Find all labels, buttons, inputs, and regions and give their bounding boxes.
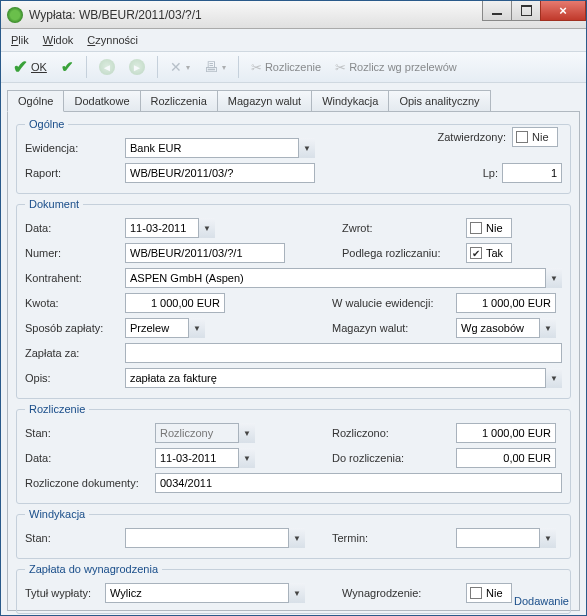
legend-rozliczenie: Rozliczenie — [25, 403, 89, 415]
wyn-label: Wynagrodzenie: — [342, 587, 462, 599]
wyn-check[interactable]: Nie — [466, 583, 512, 603]
tools-button[interactable]: ✕▾ — [166, 57, 194, 77]
ewidencja-label: Ewidencja: — [25, 142, 125, 154]
rozliczono-input[interactable] — [456, 423, 556, 443]
rdok-input[interactable] — [155, 473, 562, 493]
zwrot-check[interactable]: Nie — [466, 218, 512, 238]
titlebar[interactable]: Wypłata: WB/BEUR/2011/03/?/1 × — [1, 1, 586, 29]
tabs: Ogólne Dodatkowe Rozliczenia Magazyn wal… — [7, 89, 580, 111]
stan-label: Stan: — [25, 427, 155, 439]
kontrahent-select[interactable] — [125, 268, 562, 288]
rdata-input[interactable] — [155, 448, 255, 468]
wwalucie-input[interactable] — [456, 293, 556, 313]
rdata-label: Data: — [25, 452, 155, 464]
legend-dokument: Dokument — [25, 198, 83, 210]
legend-windykacja: Windykacja — [25, 508, 89, 520]
ewidencja-select[interactable] — [125, 138, 315, 158]
raport-label: Raport: — [25, 167, 125, 179]
numer-label: Numer: — [25, 247, 125, 259]
group-dokument: Dokument Data: ▼ Zwrot: Nie Numer: Podle… — [16, 198, 571, 399]
tab-rozliczenia[interactable]: Rozliczenia — [140, 90, 218, 112]
window: Wypłata: WB/BEUR/2011/03/?/1 × Plik Wido… — [0, 0, 587, 616]
zatwierdzony-label: Zatwierdzony: — [438, 131, 506, 143]
zwrot-label: Zwrot: — [342, 222, 462, 234]
tytul-select[interactable] — [105, 583, 305, 603]
magwalut-select[interactable] — [456, 318, 556, 338]
group-ogolne: Ogólne Zatwierdzony: Nie Ewidencja: ▼ Ra… — [16, 118, 571, 194]
podlega-label: Podlega rozliczaniu: — [342, 247, 462, 259]
group-zaplata: Zapłata do wynagrodzenia Tytuł wypłaty: … — [16, 563, 571, 614]
group-rozliczenie: Rozliczenie Stan: ▼ Rozliczono: Data: ▼ … — [16, 403, 571, 504]
tab-ogolne[interactable]: Ogólne — [7, 90, 64, 112]
menubar: Plik Widok Czynności — [1, 29, 586, 51]
app-icon — [7, 7, 23, 23]
rdok-label: Rozliczone dokumenty: — [25, 477, 155, 489]
termin-input[interactable] — [456, 528, 556, 548]
numer-input[interactable] — [125, 243, 285, 263]
data-input[interactable] — [125, 218, 215, 238]
legend-ogolne: Ogólne — [25, 118, 68, 130]
opis-label: Opis: — [25, 372, 125, 384]
menu-plik[interactable]: Plik — [11, 34, 29, 46]
termin-label: Termin: — [332, 532, 452, 544]
ok-button[interactable]: ✔OK — [9, 54, 51, 80]
tab-opis[interactable]: Opis analityczny — [388, 90, 490, 112]
toolbar: ✔OK ✔ ◄ ► ✕▾ 🖶▾ ✂Rozliczenie ✂Rozlicz wg… — [1, 51, 586, 83]
rozliczono-label: Rozliczono: — [332, 427, 452, 439]
zaplata-za-label: Zapłata za: — [25, 347, 125, 359]
nav-back-button[interactable]: ◄ — [95, 57, 119, 77]
opis-select[interactable] — [125, 368, 562, 388]
do-label: Do rozliczenia: — [332, 452, 452, 464]
wstan-label: Stan: — [25, 532, 125, 544]
magwalut-label: Magazyn walut: — [332, 322, 452, 334]
tab-windykacja[interactable]: Windykacja — [311, 90, 389, 112]
group-windykacja: Windykacja Stan: ▼ Termin: ▼ — [16, 508, 571, 559]
wwalucie-label: W walucie ewidencji: — [332, 297, 452, 309]
menu-widok[interactable]: Widok — [43, 34, 74, 46]
lp-input[interactable] — [502, 163, 562, 183]
data-label: Data: — [25, 222, 125, 234]
stan-select — [155, 423, 255, 443]
minimize-button[interactable] — [482, 1, 512, 21]
podlega-check[interactable]: Tak — [466, 243, 512, 263]
apply-button[interactable]: ✔ — [57, 56, 78, 78]
sposob-label: Sposób zapłaty: — [25, 322, 125, 334]
rozlicz-wg-button[interactable]: ✂Rozlicz wg przelewów — [331, 58, 461, 77]
zatwierdzony-check[interactable]: Nie — [512, 127, 558, 147]
sposob-select[interactable] — [125, 318, 205, 338]
status-footer: Dodawanie — [514, 595, 569, 607]
zaplata-za-input[interactable] — [125, 343, 562, 363]
kontrahent-label: Kontrahent: — [25, 272, 125, 284]
rozliczenie-button[interactable]: ✂Rozliczenie — [247, 58, 325, 77]
lp-label: Lp: — [483, 167, 498, 179]
print-button[interactable]: 🖶▾ — [200, 57, 230, 77]
tytul-label: Tytuł wypłaty: — [25, 587, 105, 599]
kwota-label: Kwota: — [25, 297, 125, 309]
tab-magazyn[interactable]: Magazyn walut — [217, 90, 312, 112]
nav-fwd-button[interactable]: ► — [125, 57, 149, 77]
legend-zaplata: Zapłata do wynagrodzenia — [25, 563, 162, 575]
do-input[interactable] — [456, 448, 556, 468]
raport-input[interactable] — [125, 163, 315, 183]
tab-dodatkowe[interactable]: Dodatkowe — [63, 90, 140, 112]
close-button[interactable]: × — [540, 1, 586, 21]
wstan-select[interactable] — [125, 528, 305, 548]
menu-czynnosci[interactable]: Czynności — [87, 34, 138, 46]
maximize-button[interactable] — [511, 1, 541, 21]
kwota-input[interactable] — [125, 293, 225, 313]
main-panel: Ogólne Zatwierdzony: Nie Ewidencja: ▼ Ra… — [7, 111, 580, 611]
